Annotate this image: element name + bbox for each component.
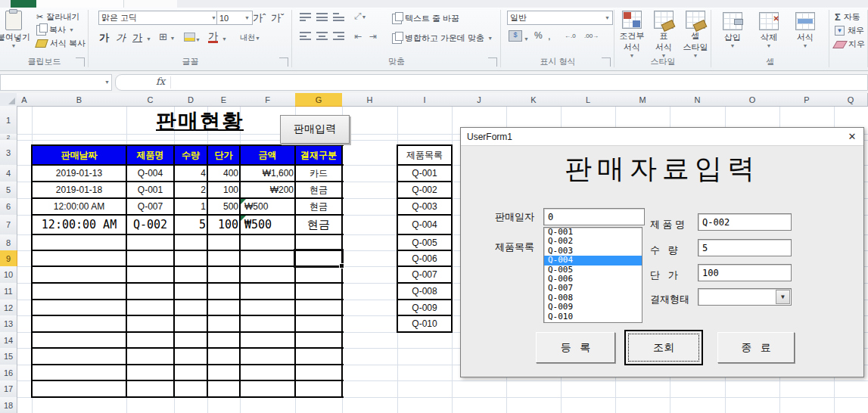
increase-decimal-button[interactable]: ←.0	[565, 33, 576, 39]
column-header-N[interactable]: N	[670, 93, 726, 107]
font-color-button[interactable]: 가	[208, 31, 218, 43]
row-header-16[interactable]: 16	[0, 365, 17, 381]
cut-button[interactable]: ✂잘라내기	[36, 11, 79, 23]
column-header-K[interactable]: K	[506, 93, 562, 107]
cell-G5[interactable]: 현금	[297, 182, 341, 197]
align-bottom-icon[interactable]	[333, 13, 344, 21]
row-header-12[interactable]: 12	[0, 300, 17, 316]
product-list-item[interactable]: Q-005	[398, 235, 451, 250]
sales-input-button[interactable]: 판매입력	[280, 115, 350, 144]
cell-D7[interactable]: 5	[176, 216, 209, 234]
cell-B5[interactable]: 2019-01-18	[33, 182, 125, 197]
cell-E6[interactable]: 500	[209, 199, 241, 214]
number-format-select[interactable]: 일반▼	[507, 11, 613, 25]
cell-D5[interactable]: 2	[176, 182, 209, 197]
column-header-O[interactable]: O	[725, 93, 780, 107]
product-list-item[interactable]: Q-008	[398, 284, 451, 299]
register-button[interactable]: 등 록	[536, 332, 615, 363]
font-size-select[interactable]: 10▼	[216, 11, 253, 25]
product-list-item[interactable]: Q-001	[398, 166, 451, 181]
cell-styles-button[interactable]: 셀스타일▼	[680, 11, 711, 58]
underline-chevron-icon[interactable]: ▼	[146, 36, 151, 42]
name-box-dropdown-icon[interactable]: ▼	[104, 79, 110, 85]
currency-format-button[interactable]: $	[509, 30, 522, 42]
listbox-item-Q-010[interactable]: Q-010	[544, 312, 642, 321]
exit-button[interactable]: 종 료	[717, 332, 795, 363]
row-header-17[interactable]: 17	[0, 380, 17, 398]
product-name-field[interactable]: Q-002	[698, 213, 792, 231]
cell-E5[interactable]: 100	[209, 182, 241, 197]
autosum-button[interactable]: Σ자동	[835, 11, 860, 23]
row-header-14[interactable]: 14	[0, 332, 17, 349]
row-header-15[interactable]: 15	[0, 348, 17, 365]
table-header-D3[interactable]: 수량	[175, 146, 207, 164]
active-cell-G9[interactable]	[294, 249, 344, 268]
cell-B4[interactable]: 2019-01-13	[33, 166, 125, 181]
shrink-font-button[interactable]: 가ˇ	[271, 11, 284, 25]
column-header-B[interactable]: B	[32, 93, 127, 107]
percent-style-button[interactable]: %	[534, 30, 543, 41]
column-header-E[interactable]: E	[207, 93, 241, 107]
product-list-item[interactable]: Q-004	[398, 216, 451, 234]
row-header-13[interactable]: 13	[0, 315, 17, 333]
cell-E4[interactable]: 400	[209, 166, 241, 181]
cell-B6[interactable]: 12:00:00 AM	[33, 199, 125, 214]
column-header-F[interactable]: F	[240, 93, 296, 107]
fill-button[interactable]: ▼채우	[835, 25, 864, 36]
row-header-1[interactable]: 1	[0, 106, 17, 135]
column-header-G[interactable]: G	[295, 93, 343, 107]
column-header-J[interactable]: J	[452, 93, 507, 107]
increase-indent-icon[interactable]: ⇥	[369, 31, 377, 42]
font-dialog-launcher[interactable]	[279, 57, 288, 67]
align-right-icon[interactable]	[333, 32, 344, 40]
row-header-7[interactable]: 7	[0, 215, 17, 235]
clear-button[interactable]: 지우	[835, 39, 865, 50]
close-icon[interactable]: ✕	[845, 129, 860, 143]
phonetic-button[interactable]: 내천▼	[240, 33, 260, 43]
file-tab[interactable]	[11, 0, 36, 8]
search-button[interactable]: 조회	[624, 330, 703, 365]
align-left-icon[interactable]	[300, 32, 311, 40]
orientation-button[interactable]: ⤢▼	[354, 11, 367, 21]
copy-button[interactable]: 복사▼	[36, 24, 74, 36]
quantity-field[interactable]: 5	[698, 239, 792, 256]
row-header-8[interactable]: 8	[0, 234, 17, 251]
cell-F7[interactable]: ₩500	[241, 216, 297, 234]
table-header-F3[interactable]: 금액	[241, 146, 294, 164]
conditional-formatting-button[interactable]: 조건부서식▼	[616, 11, 648, 58]
listbox-item-Q-009[interactable]: Q-009	[544, 303, 642, 312]
table-header-E3[interactable]: 단가	[208, 146, 239, 164]
payment-type-combobox[interactable]: ▼	[698, 288, 792, 306]
userform-titlebar[interactable]: UserForm1	[461, 128, 863, 146]
comma-style-button[interactable]: ,	[548, 30, 551, 42]
paste-button[interactable]: 붙여넣기 ▼	[0, 11, 33, 48]
select-all-corner[interactable]	[0, 93, 17, 107]
cell-C5[interactable]: Q-001	[128, 182, 173, 197]
product-list-item[interactable]: Q-003	[398, 199, 451, 214]
cell-C6[interactable]: Q-007	[128, 199, 173, 214]
table-header-C3[interactable]: 제품명	[127, 146, 173, 164]
align-middle-icon[interactable]	[316, 13, 328, 21]
listbox-item-Q-002[interactable]: Q-002	[544, 237, 642, 246]
formula-input[interactable]: fx	[115, 74, 868, 91]
cell-C7[interactable]: Q-002	[128, 216, 173, 234]
alignment-dialog-launcher[interactable]	[488, 57, 497, 67]
row-header-4[interactable]: 4	[0, 165, 17, 182]
cell-D4[interactable]: 4	[176, 166, 209, 181]
currency-chevron-icon[interactable]: ▼	[524, 36, 529, 42]
row-header-5[interactable]: 5	[0, 182, 17, 199]
home-tab[interactable]	[36, 0, 124, 8]
number-dialog-launcher[interactable]	[602, 57, 611, 67]
column-header-L[interactable]: L	[561, 93, 616, 107]
cell-G6[interactable]: 현금	[297, 199, 341, 214]
column-header-M[interactable]: M	[615, 93, 670, 107]
align-center-icon[interactable]	[316, 32, 328, 40]
combo-dropdown-icon[interactable]: ▼	[776, 290, 790, 304]
product-list-item[interactable]: Q-006	[398, 251, 451, 266]
cell-F5[interactable]: ₩200	[241, 182, 297, 197]
cell-F6[interactable]: ₩500	[241, 199, 297, 214]
insert-tab[interactable]	[124, 0, 177, 8]
italic-button[interactable]: 가	[116, 31, 126, 45]
column-header-Q[interactable]: Q	[834, 93, 868, 107]
cell-C4[interactable]: Q-004	[128, 166, 173, 181]
